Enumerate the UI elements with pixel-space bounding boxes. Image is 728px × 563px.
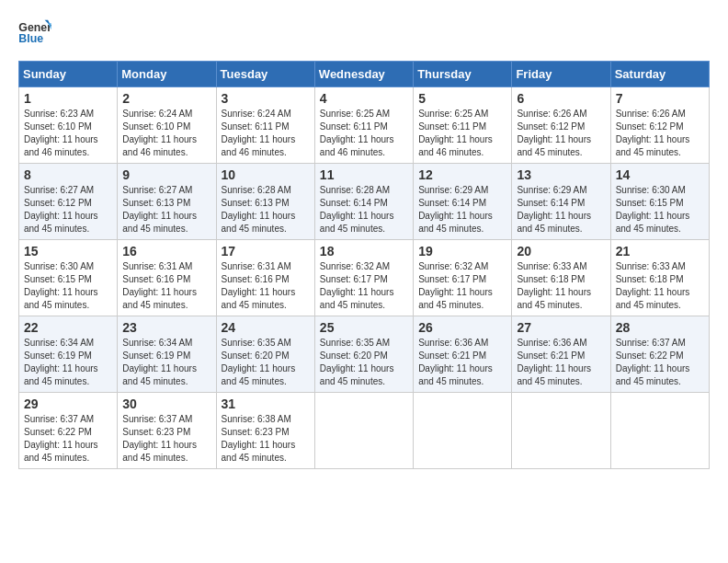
day-info: Sunrise: 6:27 AMSunset: 6:13 PMDaylight:… [122, 184, 210, 236]
day-info: Sunrise: 6:36 AMSunset: 6:21 PMDaylight:… [517, 337, 605, 388]
day-number: 22 [24, 320, 112, 335]
calendar-cell: 16Sunrise: 6:31 AMSunset: 6:16 PMDayligh… [118, 240, 216, 316]
calendar-cell: 14Sunrise: 6:30 AMSunset: 6:15 PMDayligh… [610, 164, 709, 240]
day-info: Sunrise: 6:37 AMSunset: 6:22 PMDaylight:… [24, 413, 112, 465]
day-info: Sunrise: 6:34 AMSunset: 6:19 PMDaylight:… [24, 337, 112, 388]
day-info: Sunrise: 6:28 AMSunset: 6:14 PMDaylight:… [320, 184, 408, 236]
day-number: 1 [24, 91, 112, 106]
day-info: Sunrise: 6:35 AMSunset: 6:20 PMDaylight:… [320, 337, 408, 388]
day-number: 17 [222, 244, 310, 259]
calendar-cell: 29Sunrise: 6:37 AMSunset: 6:22 PMDayligh… [19, 393, 118, 469]
day-info: Sunrise: 6:30 AMSunset: 6:15 PMDaylight:… [616, 184, 704, 236]
day-number: 12 [418, 167, 506, 182]
calendar-cell: 3Sunrise: 6:24 AMSunset: 6:11 PMDaylight… [216, 87, 314, 164]
calendar-cell: 6Sunrise: 6:26 AMSunset: 6:12 PMDaylight… [512, 87, 610, 164]
day-info: Sunrise: 6:33 AMSunset: 6:18 PMDaylight:… [517, 260, 605, 312]
day-info: Sunrise: 6:24 AMSunset: 6:10 PMDaylight:… [122, 108, 210, 159]
calendar-cell: 31Sunrise: 6:38 AMSunset: 6:23 PMDayligh… [216, 393, 314, 469]
weekday-header-row: SundayMondayTuesdayWednesdayThursdayFrid… [19, 62, 710, 87]
calendar-cell: 26Sunrise: 6:36 AMSunset: 6:21 PMDayligh… [414, 316, 512, 393]
day-number: 8 [24, 167, 112, 182]
weekday-header-tuesday: Tuesday [216, 62, 314, 87]
day-number: 5 [418, 91, 506, 106]
calendar-cell: 8Sunrise: 6:27 AMSunset: 6:12 PMDaylight… [19, 164, 118, 240]
day-info: Sunrise: 6:31 AMSunset: 6:16 PMDaylight:… [122, 260, 210, 312]
weekday-header-monday: Monday [118, 62, 216, 87]
page-header: General Blue [18, 18, 710, 46]
day-number: 29 [24, 396, 112, 411]
calendar-week-row: 15Sunrise: 6:30 AMSunset: 6:15 PMDayligh… [19, 240, 710, 316]
day-number: 11 [320, 167, 408, 182]
weekday-header-thursday: Thursday [414, 62, 512, 87]
day-info: Sunrise: 6:28 AMSunset: 6:13 PMDaylight:… [222, 184, 310, 236]
calendar-cell: 9Sunrise: 6:27 AMSunset: 6:13 PMDaylight… [118, 164, 216, 240]
day-info: Sunrise: 6:26 AMSunset: 6:12 PMDaylight:… [517, 108, 605, 159]
calendar-cell: 5Sunrise: 6:25 AMSunset: 6:11 PMDaylight… [414, 87, 512, 164]
logo: General Blue [18, 18, 51, 46]
day-number: 31 [222, 396, 310, 411]
day-info: Sunrise: 6:38 AMSunset: 6:23 PMDaylight:… [222, 413, 310, 465]
calendar-cell: 28Sunrise: 6:37 AMSunset: 6:22 PMDayligh… [610, 316, 709, 393]
calendar-cell: 27Sunrise: 6:36 AMSunset: 6:21 PMDayligh… [512, 316, 610, 393]
calendar-cell: 23Sunrise: 6:34 AMSunset: 6:19 PMDayligh… [118, 316, 216, 393]
day-number: 14 [616, 167, 704, 182]
day-number: 23 [122, 320, 210, 335]
calendar-cell: 20Sunrise: 6:33 AMSunset: 6:18 PMDayligh… [512, 240, 610, 316]
weekday-header-sunday: Sunday [19, 62, 118, 87]
day-number: 18 [320, 244, 408, 259]
day-info: Sunrise: 6:23 AMSunset: 6:10 PMDaylight:… [24, 108, 112, 159]
day-info: Sunrise: 6:29 AMSunset: 6:14 PMDaylight:… [517, 184, 605, 236]
calendar-cell: 21Sunrise: 6:33 AMSunset: 6:18 PMDayligh… [610, 240, 709, 316]
calendar-week-row: 1Sunrise: 6:23 AMSunset: 6:10 PMDaylight… [19, 87, 710, 164]
day-info: Sunrise: 6:32 AMSunset: 6:17 PMDaylight:… [418, 260, 506, 312]
calendar-cell [610, 393, 709, 469]
calendar-table: SundayMondayTuesdayWednesdayThursdayFrid… [18, 61, 710, 469]
day-info: Sunrise: 6:30 AMSunset: 6:15 PMDaylight:… [24, 260, 112, 312]
day-info: Sunrise: 6:36 AMSunset: 6:21 PMDaylight:… [418, 337, 506, 388]
calendar-cell: 19Sunrise: 6:32 AMSunset: 6:17 PMDayligh… [414, 240, 512, 316]
svg-text:Blue: Blue [18, 32, 43, 45]
day-number: 4 [320, 91, 408, 106]
day-number: 25 [320, 320, 408, 335]
calendar-cell [414, 393, 512, 469]
weekday-header-wednesday: Wednesday [314, 62, 413, 87]
day-number: 20 [517, 244, 605, 259]
day-number: 3 [222, 91, 310, 106]
calendar-cell: 10Sunrise: 6:28 AMSunset: 6:13 PMDayligh… [216, 164, 314, 240]
calendar-cell: 24Sunrise: 6:35 AMSunset: 6:20 PMDayligh… [216, 316, 314, 393]
calendar-cell: 11Sunrise: 6:28 AMSunset: 6:14 PMDayligh… [314, 164, 413, 240]
day-number: 28 [616, 320, 704, 335]
calendar-cell: 7Sunrise: 6:26 AMSunset: 6:12 PMDaylight… [610, 87, 709, 164]
day-info: Sunrise: 6:26 AMSunset: 6:12 PMDaylight:… [616, 108, 704, 159]
day-number: 7 [616, 91, 704, 106]
day-info: Sunrise: 6:37 AMSunset: 6:22 PMDaylight:… [616, 337, 704, 388]
day-number: 13 [517, 167, 605, 182]
day-info: Sunrise: 6:31 AMSunset: 6:16 PMDaylight:… [222, 260, 310, 312]
day-number: 10 [222, 167, 310, 182]
day-info: Sunrise: 6:33 AMSunset: 6:18 PMDaylight:… [616, 260, 704, 312]
day-number: 21 [616, 244, 704, 259]
calendar-cell: 13Sunrise: 6:29 AMSunset: 6:14 PMDayligh… [512, 164, 610, 240]
day-number: 15 [24, 244, 112, 259]
day-info: Sunrise: 6:34 AMSunset: 6:19 PMDaylight:… [122, 337, 210, 388]
day-number: 6 [517, 91, 605, 106]
day-info: Sunrise: 6:25 AMSunset: 6:11 PMDaylight:… [418, 108, 506, 159]
calendar-cell [512, 393, 610, 469]
calendar-week-row: 29Sunrise: 6:37 AMSunset: 6:22 PMDayligh… [19, 393, 710, 469]
day-info: Sunrise: 6:35 AMSunset: 6:20 PMDaylight:… [222, 337, 310, 388]
calendar-cell: 15Sunrise: 6:30 AMSunset: 6:15 PMDayligh… [19, 240, 118, 316]
day-number: 26 [418, 320, 506, 335]
calendar-cell: 12Sunrise: 6:29 AMSunset: 6:14 PMDayligh… [414, 164, 512, 240]
weekday-header-friday: Friday [512, 62, 610, 87]
day-info: Sunrise: 6:27 AMSunset: 6:12 PMDaylight:… [24, 184, 112, 236]
day-info: Sunrise: 6:32 AMSunset: 6:17 PMDaylight:… [320, 260, 408, 312]
calendar-cell: 4Sunrise: 6:25 AMSunset: 6:11 PMDaylight… [314, 87, 413, 164]
day-info: Sunrise: 6:24 AMSunset: 6:11 PMDaylight:… [222, 108, 310, 159]
day-info: Sunrise: 6:29 AMSunset: 6:14 PMDaylight:… [418, 184, 506, 236]
calendar-week-row: 22Sunrise: 6:34 AMSunset: 6:19 PMDayligh… [19, 316, 710, 393]
calendar-cell [314, 393, 413, 469]
day-number: 19 [418, 244, 506, 259]
day-info: Sunrise: 6:25 AMSunset: 6:11 PMDaylight:… [320, 108, 408, 159]
day-info: Sunrise: 6:37 AMSunset: 6:23 PMDaylight:… [122, 413, 210, 465]
calendar-cell: 17Sunrise: 6:31 AMSunset: 6:16 PMDayligh… [216, 240, 314, 316]
